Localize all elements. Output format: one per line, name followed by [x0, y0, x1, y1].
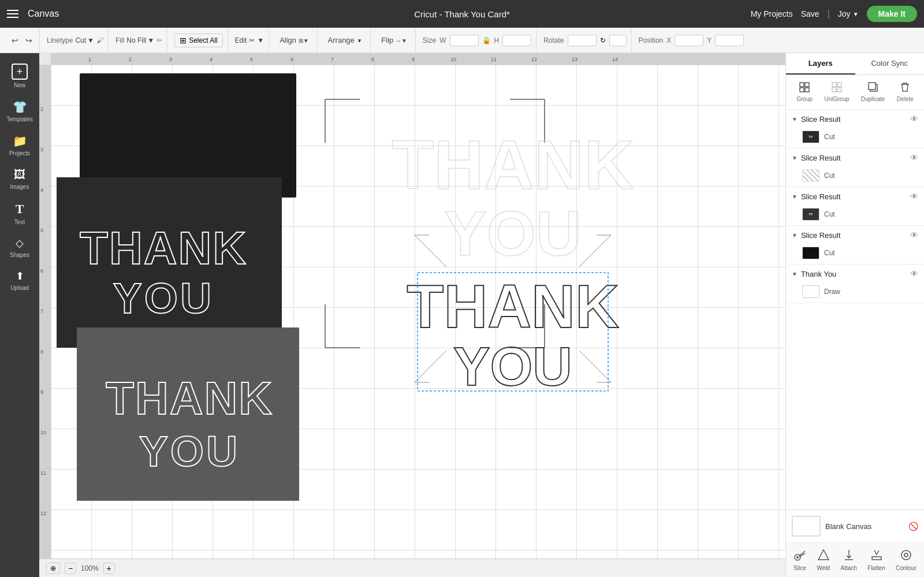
- sidebar-item-text[interactable]: T Text: [2, 198, 37, 229]
- y-input[interactable]: [715, 35, 744, 46]
- sidebar-item-templates[interactable]: 👕 Templates: [2, 96, 37, 126]
- canvas-area[interactable]: 1 2 3 4 5 6 7 8 9 10 11 12 13 14 2 3: [39, 53, 785, 577]
- rotate-icon-btn[interactable]: ↻: [600, 36, 606, 44]
- layer-thankyou-header[interactable]: ▼ Thank You 👁: [786, 265, 924, 283]
- svg-rect-61: [837, 83, 841, 87]
- save-link[interactable]: Save: [801, 9, 819, 18]
- weld-tool[interactable]: Weld: [817, 549, 830, 571]
- align-icon: ⊞▼: [299, 38, 309, 44]
- app-logo: Canvas: [28, 9, 59, 19]
- undo-button[interactable]: ↩: [9, 33, 21, 47]
- layer-slice3-header[interactable]: ▼ Slice Result 👁: [786, 187, 924, 206]
- group-tool[interactable]: Group: [792, 80, 817, 105]
- svg-text:6: 6: [40, 268, 43, 274]
- user-menu[interactable]: Joy ▼: [838, 9, 859, 18]
- canvas-content[interactable]: THANK YOU THANK YOU: [51, 65, 785, 559]
- fill-select[interactable]: No Fill ▼: [126, 36, 154, 44]
- x-label: X: [666, 36, 671, 44]
- layer-slice4-eye-icon[interactable]: 👁: [910, 230, 918, 240]
- layer-slice1-chevron: ▼: [792, 116, 798, 122]
- layer-slice2-header[interactable]: ▼ Slice Result 👁: [786, 148, 924, 167]
- tab-layers[interactable]: Layers: [786, 53, 855, 75]
- my-projects-link[interactable]: My Projects: [751, 9, 793, 18]
- layer-slice2-eye-icon[interactable]: 👁: [910, 153, 918, 162]
- duplicate-icon: [868, 82, 878, 95]
- flatten-tool[interactable]: Flatten: [867, 549, 885, 571]
- linetype-value: Cut: [75, 36, 86, 44]
- layer-slice4-sub: Cut: [786, 244, 924, 264]
- fill-value: No Fill: [126, 36, 146, 44]
- attach-tool[interactable]: Attach: [841, 549, 857, 571]
- flatten-label: Flatten: [867, 565, 885, 571]
- images-icon: 🖼: [14, 168, 25, 181]
- fill-label: Fill: [116, 36, 124, 44]
- arrange-button[interactable]: Arrange ▼: [325, 33, 366, 47]
- layer-thankyou-chevron: ▼: [792, 271, 798, 277]
- svg-text:YOU: YOU: [444, 198, 582, 269]
- sidebar-label-shapes: Shapes: [10, 252, 29, 258]
- canvas-svg: THANK YOU THANK YOU: [51, 65, 785, 559]
- hidden-eye-icon[interactable]: 🚫: [908, 522, 918, 531]
- height-input[interactable]: [502, 35, 531, 46]
- make-it-button[interactable]: Make It: [867, 6, 917, 22]
- new-icon: +: [12, 64, 28, 80]
- select-all-button[interactable]: ⊞ Select All: [174, 33, 222, 47]
- text-icon: T: [16, 202, 24, 217]
- layer-thankyou-eye-icon[interactable]: 👁: [910, 269, 918, 278]
- sidebar-item-new[interactable]: + New: [2, 60, 37, 92]
- flip-button[interactable]: Flip ↔▼: [378, 33, 410, 47]
- vertical-ruler: 2 3 4 5 6 7 8 9 10 11 12: [39, 65, 51, 559]
- hamburger-menu[interactable]: [7, 10, 18, 18]
- align-label: Align: [280, 36, 296, 44]
- sidebar-item-upload[interactable]: ⬆ Upload: [2, 266, 37, 295]
- x-input[interactable]: [675, 35, 703, 46]
- tab-color-sync[interactable]: Color Sync: [855, 53, 925, 75]
- svg-text:3: 3: [40, 147, 43, 152]
- svg-point-74: [904, 553, 908, 557]
- svg-text:6: 6: [290, 57, 293, 62]
- svg-text:11: 11: [40, 470, 46, 476]
- svg-text:12: 12: [40, 511, 46, 516]
- svg-text:5: 5: [250, 57, 253, 62]
- edit-button[interactable]: Edit ✂ ▼: [235, 36, 264, 44]
- edit-scissors-icon: ✂: [249, 36, 255, 44]
- layer-slice3-type: Cut: [824, 210, 835, 218]
- sidebar-label-new: New: [14, 82, 25, 88]
- linetype-arrow-icon: ▼: [87, 36, 94, 44]
- svg-point-73: [901, 550, 911, 560]
- sidebar-item-images[interactable]: 🖼 Images: [2, 165, 37, 193]
- slice-tool[interactable]: Slice: [793, 549, 806, 571]
- flip-icon: ↔▼: [396, 38, 407, 44]
- delete-tool[interactable]: Delete: [892, 80, 918, 105]
- linetype-select[interactable]: Cut ▼: [75, 36, 94, 44]
- zoom-bar: ⊕ − 100% +: [39, 559, 785, 577]
- zoom-minus-button[interactable]: −: [65, 563, 76, 574]
- width-input[interactable]: [450, 35, 479, 46]
- ungroup-tool[interactable]: UniGroup: [819, 80, 854, 105]
- duplicate-tool[interactable]: Duplicate: [856, 80, 890, 105]
- contour-icon: [900, 549, 912, 564]
- svg-text:1: 1: [88, 57, 91, 62]
- rotate-input[interactable]: [568, 35, 597, 46]
- svg-text:2: 2: [129, 57, 132, 62]
- h-label: H: [494, 36, 500, 44]
- layer-slice1: ▼ Slice Result 👁 TY Cut: [786, 110, 924, 148]
- svg-marker-70: [818, 550, 829, 560]
- redo-button[interactable]: ↪: [23, 33, 35, 47]
- toolbar: ↩ ↪ Linetype Cut ▼ 🖌 Fill No Fill ▼ ✏ ⊞ …: [0, 28, 924, 53]
- horizontal-ruler: 1 2 3 4 5 6 7 8 9 10 11 12 13 14: [51, 53, 785, 65]
- align-button[interactable]: Align ⊞▼: [276, 33, 312, 47]
- layer-slice1-thumb: TY: [802, 131, 819, 143]
- delete-icon: [900, 82, 910, 95]
- sidebar-item-shapes[interactable]: ◇ Shapes: [2, 233, 37, 262]
- layer-slice4-header[interactable]: ▼ Slice Result 👁: [786, 226, 924, 244]
- zoom-plus-button[interactable]: +: [103, 563, 115, 574]
- layer-slice1-eye-icon[interactable]: 👁: [910, 114, 918, 124]
- weld-icon: [817, 549, 830, 564]
- contour-tool[interactable]: Contour: [896, 549, 916, 571]
- layer-slice3-eye-icon[interactable]: 👁: [910, 192, 918, 201]
- fit-button[interactable]: ⊕: [46, 563, 60, 574]
- sidebar-item-projects[interactable]: 📁 Projects: [2, 131, 37, 160]
- layer-slice1-header[interactable]: ▼ Slice Result 👁: [786, 110, 924, 128]
- rotate-input2[interactable]: [609, 35, 627, 46]
